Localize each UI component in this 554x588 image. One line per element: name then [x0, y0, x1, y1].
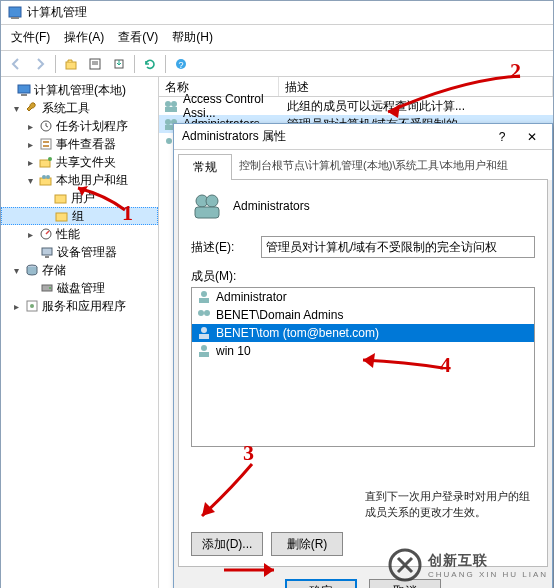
label-description: 描述(E): — [191, 239, 251, 256]
tree-label: 磁盘管理 — [57, 280, 105, 297]
export-button[interactable] — [108, 53, 130, 75]
user-icon — [196, 325, 212, 341]
label-members: 成员(M): — [191, 269, 236, 283]
group-large-icon — [191, 190, 223, 222]
svg-rect-10 — [21, 94, 27, 96]
tab-path-info: 控制台根节点\计算机管理(本地)\系统工具\本地用户和组 — [231, 154, 548, 180]
storage-icon — [24, 262, 40, 278]
window-title: 计算机管理 — [27, 4, 87, 21]
menu-help[interactable]: 帮助(H) — [166, 27, 219, 48]
cell-desc: 此组的成员可以远程查询此计算... — [287, 98, 465, 115]
svg-rect-2 — [66, 62, 76, 69]
member-item[interactable]: win 10 — [192, 342, 534, 360]
group-icon — [196, 307, 212, 323]
user-icon — [196, 289, 212, 305]
ok-button[interactable]: 确定 — [285, 579, 357, 588]
tree-event-viewer[interactable]: ▸事件查看器 — [1, 135, 158, 153]
forward-button — [29, 53, 51, 75]
tree-groups[interactable]: 组 — [1, 207, 158, 225]
collapse-icon[interactable]: ▾ — [11, 265, 22, 276]
member-item[interactable]: Administrator — [192, 288, 534, 306]
computer-icon — [16, 82, 32, 98]
tree-device-manager[interactable]: 设备管理器 — [1, 243, 158, 261]
tree-task-scheduler[interactable]: ▸任务计划程序 — [1, 117, 158, 135]
expand-icon[interactable]: ▸ — [11, 301, 22, 312]
svg-point-33 — [165, 119, 171, 125]
tree-performance[interactable]: ▸性能 — [1, 225, 158, 243]
tree-label: 本地用户和组 — [56, 172, 128, 189]
svg-rect-23 — [42, 248, 52, 255]
tab-general[interactable]: 常规 — [178, 154, 232, 180]
tree-storage[interactable]: ▾存储 — [1, 261, 158, 279]
expand-icon[interactable]: ▸ — [25, 139, 36, 150]
help-button[interactable]: ? — [170, 53, 192, 75]
menu-action[interactable]: 操作(A) — [58, 27, 110, 48]
svg-rect-47 — [199, 352, 209, 357]
col-desc[interactable]: 描述 — [279, 77, 553, 96]
perf-icon — [38, 226, 54, 242]
svg-point-46 — [201, 345, 207, 351]
expand-icon[interactable]: ▸ — [25, 229, 36, 240]
menu-file[interactable]: 文件(F) — [5, 27, 56, 48]
tree-label: 设备管理器 — [57, 244, 117, 261]
expand-icon[interactable]: ▸ — [25, 157, 36, 168]
device-icon — [39, 244, 55, 260]
help-icon[interactable]: ? — [490, 130, 514, 144]
description-input[interactable]: 管理员对计算机/域有不受限制的完全访问权 — [261, 236, 535, 258]
tree-system-tools[interactable]: ▾系统工具 — [1, 99, 158, 117]
svg-point-30 — [165, 101, 171, 107]
member-label: Administrator — [216, 290, 287, 304]
member-label: BENET\tom (tom@benet.com) — [216, 326, 379, 340]
list-row[interactable]: Access Control Assi... 此组的成员可以远程查询此计算... — [159, 97, 553, 115]
collapse-icon[interactable]: ▾ — [11, 103, 22, 114]
svg-rect-13 — [43, 141, 49, 143]
clock-icon — [38, 118, 54, 134]
app-icon — [7, 5, 23, 21]
svg-rect-32 — [165, 107, 177, 112]
remove-button[interactable]: 删除(R) — [271, 532, 343, 556]
svg-rect-9 — [18, 85, 30, 93]
tree-label: 任务计划程序 — [56, 118, 128, 135]
folder-icon — [54, 208, 70, 224]
svg-rect-39 — [195, 207, 219, 218]
tree-label: 性能 — [56, 226, 80, 243]
up-button[interactable] — [60, 53, 82, 75]
svg-point-38 — [206, 195, 218, 207]
member-item[interactable]: BENET\Domain Admins — [192, 306, 534, 324]
menubar: 文件(F) 操作(A) 查看(V) 帮助(H) — [1, 25, 553, 51]
tree-root[interactable]: 计算机管理(本地) — [1, 81, 158, 99]
tree-disk-management[interactable]: 磁盘管理 — [1, 279, 158, 297]
watermark-logo-icon — [388, 548, 422, 582]
collapse-icon[interactable]: ▾ — [25, 175, 36, 186]
member-item[interactable]: BENET\tom (tom@benet.com) — [192, 324, 534, 342]
tree-services-apps[interactable]: ▸服务和应用程序 — [1, 297, 158, 315]
separator — [165, 55, 166, 73]
tab-page: Administrators 描述(E): 管理员对计算机/域有不受限制的完全访… — [178, 179, 548, 567]
group-name: Administrators — [233, 199, 310, 213]
tree-users[interactable]: 用户 — [1, 189, 158, 207]
menu-view[interactable]: 查看(V) — [112, 27, 164, 48]
separator — [55, 55, 56, 73]
tree-label: 系统工具 — [42, 100, 90, 117]
svg-rect-0 — [9, 7, 21, 17]
svg-point-27 — [49, 287, 51, 289]
tree-local-users-groups[interactable]: ▾本地用户和组 — [1, 171, 158, 189]
separator — [134, 55, 135, 73]
close-icon[interactable]: ✕ — [520, 130, 544, 144]
expand-icon[interactable]: ▸ — [25, 121, 36, 132]
disk-icon — [39, 280, 55, 296]
dialog-titlebar[interactable]: Administrators 属性 ? ✕ — [174, 124, 552, 150]
svg-rect-14 — [43, 145, 49, 147]
svg-rect-20 — [55, 195, 66, 203]
toolbar: ? — [1, 51, 553, 77]
svg-point-29 — [30, 304, 34, 308]
members-listbox[interactable]: Administrator BENET\Domain Admins BENET\… — [191, 287, 535, 447]
add-button[interactable]: 添加(D)... — [191, 532, 263, 556]
tree-shared-folders[interactable]: ▸共享文件夹 — [1, 153, 158, 171]
svg-point-43 — [204, 310, 210, 316]
svg-rect-1 — [11, 17, 19, 19]
properties-button[interactable] — [84, 53, 106, 75]
tree-label: 事件查看器 — [56, 136, 116, 153]
svg-point-31 — [171, 101, 177, 107]
refresh-button[interactable] — [139, 53, 161, 75]
